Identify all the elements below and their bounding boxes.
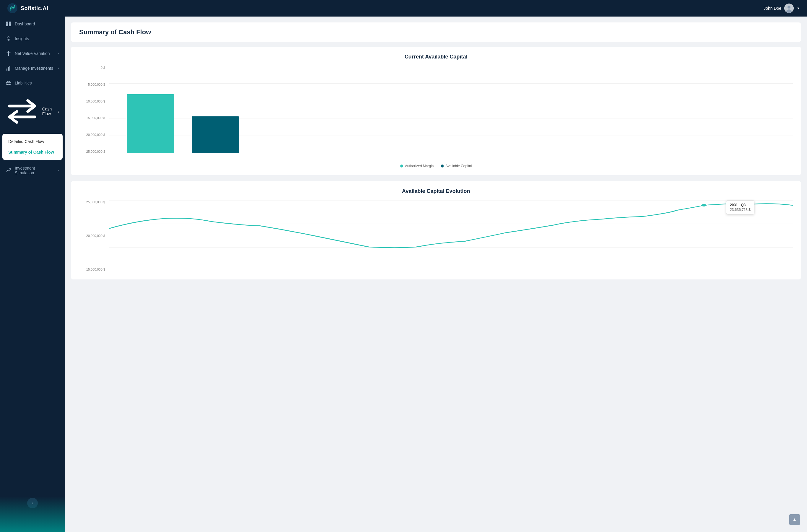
main-layout: Dashboard Insights Net Value Variation › (0, 17, 807, 532)
sidebar-label-cash-flow: Cash Flow (42, 107, 54, 116)
legend-item-authorized: Authorized Margin (400, 164, 434, 168)
scroll-to-top-button[interactable]: ▲ (789, 514, 800, 525)
sidebar-label-insights: Insights (15, 36, 29, 41)
svg-point-0 (7, 3, 17, 13)
bar-chart-title: Current Available Capital (79, 54, 793, 60)
logo-area[interactable]: Sofistic.AI (7, 3, 49, 14)
trend-icon (6, 168, 11, 173)
line-chart-svg (109, 200, 793, 271)
y-axis-bar: 25,000,000 $ 20,000,000 $ 15,000,000 $ 1… (79, 66, 109, 160)
sidebar-item-liabilities[interactable]: Liabilities (0, 76, 65, 90)
legend-label-available: Available Capital (445, 164, 472, 168)
sidebar-label-dashboard: Dashboard (15, 22, 35, 26)
bulb-icon (6, 36, 11, 41)
svg-rect-10 (8, 51, 9, 56)
line-chart-title: Available Capital Evolution (79, 188, 793, 194)
svg-rect-5 (9, 22, 11, 24)
legend-dot-authorized (400, 165, 403, 168)
svg-point-8 (7, 37, 10, 40)
logo-text: Sofistic.AI (21, 5, 49, 12)
page-title: Summary of Cash Flow (79, 28, 793, 36)
bar-chart-container: 25,000,000 $ 20,000,000 $ 15,000,000 $ 1… (79, 66, 793, 160)
balance-icon (6, 51, 11, 56)
submenu-item-detailed[interactable]: Detailed Cash Flow (2, 136, 63, 147)
sidebar-label-liabilities: Liabilities (15, 81, 32, 86)
page-header-card: Summary of Cash Flow (71, 22, 801, 42)
chevron-right-icon-3: › (58, 168, 59, 172)
svg-rect-4 (6, 22, 8, 24)
car-icon (6, 80, 11, 86)
submenu-item-summary[interactable]: Summary of Cash Flow (2, 147, 63, 157)
sidebar-label-manage-investments: Manage Investments (15, 66, 53, 71)
bar-available-capital (192, 116, 239, 153)
svg-point-3 (786, 10, 792, 13)
line-chart-card: Available Capital Evolution 15,000,000 $… (71, 181, 801, 280)
sidebar-item-net-value[interactable]: Net Value Variation › (0, 46, 65, 61)
logo-icon (7, 3, 18, 14)
sidebar-item-dashboard[interactable]: Dashboard (0, 17, 65, 31)
bar-group-authorized (127, 94, 174, 153)
bar-group-available (192, 116, 239, 153)
main-content: Summary of Cash Flow Current Available C… (65, 17, 807, 532)
user-chevron-icon: ▼ (797, 6, 800, 10)
y-axis-line: 15,000,000 $ 20,000,000 $ 25,000,000 $ (79, 200, 109, 271)
sidebar-item-cash-flow[interactable]: Cash Flow ‹ (0, 90, 65, 133)
user-area[interactable]: John Doe ▼ (764, 3, 800, 13)
svg-point-16 (9, 84, 10, 85)
legend-label-authorized: Authorized Margin (405, 164, 434, 168)
sidebar-collapse-button[interactable]: ‹ (27, 498, 38, 508)
user-name: John Doe (764, 6, 781, 11)
sidebar-label-investment-simulation: Investment Simulation (15, 166, 54, 175)
sidebar-item-insights[interactable]: Insights (0, 31, 65, 46)
svg-rect-7 (9, 24, 11, 26)
svg-point-2 (788, 6, 790, 8)
svg-point-15 (7, 84, 8, 85)
sidebar-item-manage-investments[interactable]: Manage Investments › (0, 61, 65, 76)
legend-item-available: Available Capital (441, 164, 472, 168)
sidebar-label-net-value: Net Value Variation (15, 51, 50, 56)
x-axis-bar (109, 153, 793, 160)
line-chart-wrapper: 2031 - Q3 23,636,713 $ (109, 200, 793, 272)
app-header: Sofistic.AI John Doe ▼ (0, 0, 807, 17)
avatar (784, 3, 794, 13)
bar-authorized-margin (127, 94, 174, 153)
bar-chart-area (109, 66, 793, 160)
legend-dot-available (441, 165, 444, 168)
svg-rect-6 (6, 24, 8, 26)
sidebar: Dashboard Insights Net Value Variation › (0, 17, 65, 532)
svg-rect-13 (9, 66, 10, 71)
svg-rect-12 (8, 68, 9, 71)
grid-icon (6, 21, 11, 26)
chevron-down-icon: ‹ (58, 109, 59, 114)
svg-rect-14 (6, 82, 11, 84)
svg-rect-11 (6, 69, 7, 71)
bars-area (109, 66, 793, 153)
cash-flow-submenu: Detailed Cash Flow Summary of Cash Flow (2, 134, 63, 160)
transfer-icon (6, 95, 39, 128)
sidebar-item-investment-simulation[interactable]: Investment Simulation › (0, 161, 65, 180)
svg-point-22 (700, 204, 707, 207)
chevron-right-icon-2: › (58, 66, 59, 70)
bar-chart-card: Current Available Capital 25,000,000 $ 2… (71, 47, 801, 175)
chevron-right-icon: › (58, 51, 59, 56)
bar-chart-icon (6, 65, 11, 71)
bar-chart-legend: Authorized Margin Available Capital (79, 164, 793, 168)
